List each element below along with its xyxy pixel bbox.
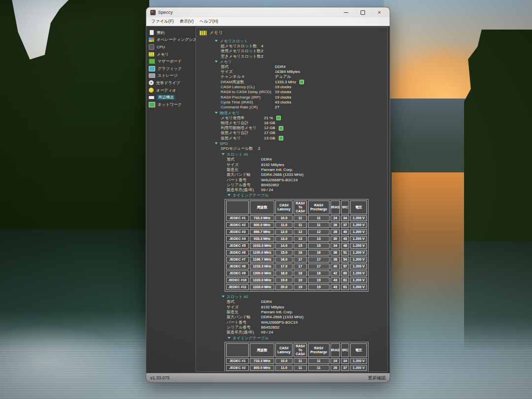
- section-header-slot1[interactable]: スロット #1: [199, 152, 384, 157]
- timing-cell: 16: [308, 250, 330, 256]
- section-header-memory[interactable]: メモリ: [199, 59, 384, 65]
- timing-row-label: JEDEC #1: [226, 358, 249, 364]
- timing-cell: 37: [341, 222, 349, 228]
- timing-cell: 1.200 V: [350, 270, 367, 276]
- menu-view[interactable]: 表示(V): [177, 19, 197, 25]
- timing-cell: 12: [308, 372, 330, 372]
- section-header-timing-table-slot1[interactable]: タイミングテーブル: [199, 193, 384, 198]
- sidebar-item-os[interactable]: オペレーティングシステム: [149, 36, 195, 44]
- timing-table-row: JEDEC #1733.3 MHz10.0111124341.200 V: [226, 358, 367, 364]
- wallpaper-trees-right: [464, 30, 532, 241]
- timing-cell: 30: [331, 236, 340, 242]
- sidebar-item-network[interactable]: ネットワーク: [149, 101, 195, 108]
- timing-cell: 24: [331, 358, 340, 364]
- sidebar-item-graphics[interactable]: グラフィック: [149, 65, 195, 72]
- sidebar-item-memory[interactable]: メモリ: [149, 51, 195, 58]
- timing-table-row: JEDEC #3866.7 MHz12.0121228401.200 V: [226, 372, 367, 372]
- timing-cell: 38: [331, 257, 340, 263]
- wallpaper-sun-reflection: [392, 172, 470, 340]
- timing-cell: 733.3 MHz: [250, 215, 274, 221]
- timing-row-label: JEDEC #11: [226, 284, 249, 290]
- desktop-wallpaper: Speccy × ファイル(F) 表示(V) ヘルプ(H) 要約 オペレーティン…: [0, 0, 532, 399]
- timing-cell: 10.0: [275, 358, 293, 364]
- timing-table-header-cell: CAS# Latency: [275, 343, 293, 357]
- timing-cell: 16: [294, 250, 307, 256]
- info-row: 形式DDR4: [227, 299, 384, 304]
- timing-cell: 11: [308, 358, 330, 364]
- slot1-rows: 形式DDR4 サイズ8192 MBytes 製造元Panram Intl. Co…: [199, 157, 384, 193]
- ram-icon: [149, 52, 154, 57]
- info-row: 仮想メモリ13 GB: [221, 136, 384, 141]
- sidebar-item-motherboard[interactable]: マザーボード: [149, 58, 195, 65]
- wallpaper-tree-reflection-right: [464, 237, 532, 351]
- timing-cell: 1033.3 MHz: [250, 243, 274, 249]
- timing-cell: 18.0: [275, 270, 293, 276]
- sidebar-item-optical[interactable]: 光学ドライブ: [149, 79, 195, 87]
- sidebar-item-summary[interactable]: 要約: [149, 29, 195, 36]
- timing-cell: 11: [294, 358, 307, 364]
- timing-table-header-cell: 周波数: [250, 343, 274, 357]
- optical-drive-icon: [149, 80, 154, 85]
- collapse-triangle-icon: [215, 40, 218, 42]
- spd-slot-2: スロット #2 形式DDR4 サイズ8192 MBytes 製造元Panram …: [199, 294, 384, 372]
- timing-table-header-row: 周波数CAS# LatencyRAS# To CAS#RAS# Precharg…: [226, 200, 367, 214]
- timing-cell: 11: [294, 222, 307, 228]
- timing-table-row: JEDEC #2800.0 MHz11.0111126371.200 V: [226, 365, 367, 371]
- timing-cell: 866.7 MHz: [250, 229, 274, 235]
- minimize-button[interactable]: [337, 7, 354, 17]
- timing-cell: 17.0: [275, 264, 293, 269]
- timing-cell: 17: [308, 257, 330, 263]
- maximize-button[interactable]: [354, 7, 371, 17]
- timing-cell: 43: [331, 284, 340, 290]
- timing-table-row: JEDEC #101333.0 MHz19.0191943611.200 V: [226, 277, 367, 283]
- timing-table-row: JEDEC #51033.3 MHz14.0151534481.200 V: [226, 243, 367, 249]
- section-header-spd[interactable]: SPD: [199, 141, 384, 146]
- timing-cell: 26: [331, 365, 340, 371]
- window-body: 要約 オペレーティングシステム CPU メモリ マザーボード グラフィック スト…: [146, 26, 390, 373]
- menu-help[interactable]: ヘルプ(H): [197, 19, 221, 25]
- info-row: 最大バンド幅DDR4-2666 (1333 MHz): [227, 172, 384, 177]
- timing-cell: 1.200 V: [350, 277, 367, 283]
- status-indicator: [279, 126, 283, 131]
- spd-module-count-row: SPDモジュール数2: [199, 146, 384, 151]
- update-check-link[interactable]: 更新確認: [368, 375, 386, 381]
- timing-cell: 1.200 V: [350, 236, 367, 242]
- timing-cell: 54: [341, 257, 349, 263]
- page-title-row: メモリ: [200, 30, 384, 36]
- menu-bar: ファイル(F) 表示(V) ヘルプ(H): [146, 17, 390, 26]
- timing-cell: 1166.7 MHz: [250, 257, 274, 263]
- info-row: 総メモリスロット数4: [221, 44, 384, 49]
- section-header-memory-slots[interactable]: メモリスロット: [199, 38, 384, 44]
- section-header-timing-table-slot2[interactable]: タイミングテーブル: [199, 335, 384, 341]
- timing-cell: 43: [341, 236, 349, 242]
- timing-cell: 1.200 V: [350, 284, 367, 290]
- motherboard-icon: [149, 59, 155, 64]
- timing-table-header-cell: RAS# Precharge: [308, 200, 330, 214]
- timing-row-label: JEDEC #5: [226, 243, 249, 249]
- sidebar-item-cpu[interactable]: CPU: [149, 43, 195, 51]
- close-button[interactable]: ×: [371, 7, 388, 17]
- section-header-physical-memory[interactable]: 物理メモリ: [199, 110, 384, 116]
- section-header-slot2[interactable]: スロット #2: [199, 294, 384, 299]
- info-row: SPDモジュール数2: [221, 146, 384, 151]
- timing-cell: 19: [308, 284, 330, 290]
- timing-cell: 36: [331, 250, 340, 256]
- menu-file[interactable]: ファイル(F): [148, 19, 177, 25]
- collapse-triangle-icon: [222, 296, 225, 298]
- sidebar-item-storage[interactable]: ストレージ: [149, 72, 195, 80]
- info-row: 仮想メモリ合計17 GB: [221, 131, 384, 135]
- info-row: シリアル番号B9452852: [227, 183, 384, 188]
- info-row: サイズ8192 MBytes: [227, 163, 384, 167]
- timing-table-header-cell: tRC: [341, 343, 349, 357]
- timing-cell: 19: [294, 284, 307, 290]
- timing-cell: 1.200 V: [350, 365, 367, 371]
- info-row: 製造年月(週/年)09 / 24: [227, 330, 384, 335]
- timing-cell: 1300.0 MHz: [250, 270, 274, 276]
- sidebar-item-audio[interactable]: オーディオ: [149, 87, 195, 94]
- timing-cell: 57: [341, 264, 349, 269]
- timing-cell: 28: [331, 229, 340, 235]
- peripherals-icon: [149, 96, 154, 99]
- timing-cell: 933.3 MHz: [250, 236, 274, 242]
- sidebar-item-peripherals[interactable]: 周辺機器: [149, 94, 195, 101]
- timing-table-header-cell: 周波数: [250, 200, 274, 214]
